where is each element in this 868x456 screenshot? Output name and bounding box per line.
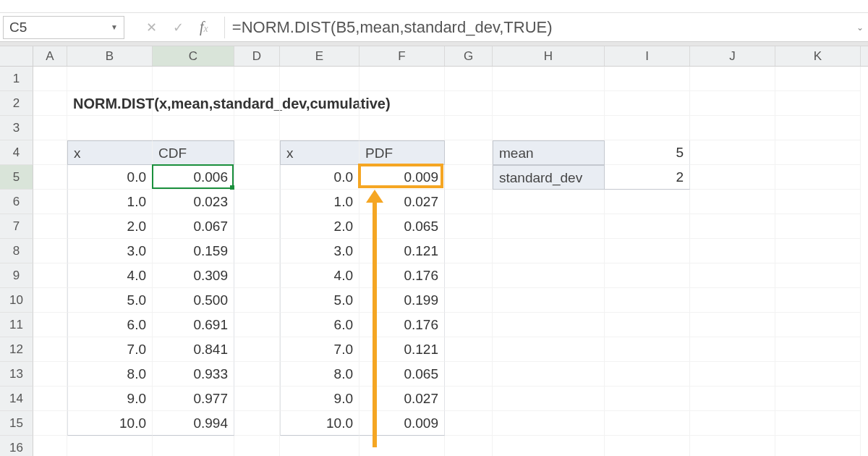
cell-D16[interactable] — [234, 436, 280, 456]
cell-G8[interactable] — [445, 239, 493, 263]
col-header-I[interactable]: I — [605, 46, 690, 66]
cell-E1[interactable] — [280, 67, 359, 91]
cell-E16[interactable] — [280, 436, 359, 456]
cell-C12[interactable]: 0.841 — [153, 337, 234, 362]
cell-C7[interactable]: 0.067 — [153, 214, 234, 239]
cell-E14[interactable]: 9.0 — [280, 387, 359, 411]
cell-K6[interactable] — [775, 190, 861, 214]
cell-B8[interactable]: 3.0 — [67, 239, 153, 263]
cancel-icon[interactable]: ✕ — [146, 20, 157, 35]
cell-F11[interactable]: 0.176 — [359, 313, 445, 337]
cell-H2[interactable] — [493, 91, 605, 116]
cell-G1[interactable] — [445, 67, 493, 91]
cell-I11[interactable] — [605, 313, 690, 337]
cell-F7[interactable]: 0.065 — [359, 214, 445, 239]
cell-E12[interactable]: 7.0 — [280, 337, 359, 362]
cell-F10[interactable]: 0.199 — [359, 288, 445, 313]
cell-C1[interactable] — [153, 67, 234, 91]
chevron-down-icon[interactable]: ▼ — [111, 23, 118, 31]
cell-E15[interactable]: 10.0 — [280, 411, 359, 436]
cell-H8[interactable] — [493, 239, 605, 263]
cell-G15[interactable] — [445, 411, 493, 436]
fx-icon[interactable]: fx — [200, 19, 208, 35]
cell-A14[interactable] — [33, 387, 67, 411]
cell-F15[interactable]: 0.009 — [359, 411, 445, 436]
cell-B15[interactable]: 10.0 — [67, 411, 153, 436]
col-header-C[interactable]: C — [153, 46, 234, 66]
cell-H4[interactable]: mean — [493, 140, 605, 165]
cell-B16[interactable] — [67, 436, 153, 456]
cell-H7[interactable] — [493, 214, 605, 239]
name-box[interactable]: C5 ▼ — [3, 16, 124, 39]
row-header-15[interactable]: 15 — [0, 411, 33, 436]
cell-K10[interactable] — [775, 288, 861, 313]
spreadsheet[interactable]: A B C D E F G H I J K 12NORM.DIST(x,mean… — [0, 46, 868, 456]
cell-D10[interactable] — [234, 288, 280, 313]
cell-D6[interactable] — [234, 190, 280, 214]
cell-A4[interactable] — [33, 140, 67, 165]
cell-G2[interactable] — [445, 91, 493, 116]
cell-C4[interactable]: CDF — [153, 140, 234, 165]
cell-B11[interactable]: 6.0 — [67, 313, 153, 337]
cell-I14[interactable] — [605, 387, 690, 411]
row-header-2[interactable]: 2 — [0, 91, 33, 116]
cell-H14[interactable] — [493, 387, 605, 411]
cell-J1[interactable] — [690, 67, 775, 91]
cell-B6[interactable]: 1.0 — [67, 190, 153, 214]
cell-A9[interactable] — [33, 263, 67, 288]
cell-G9[interactable] — [445, 263, 493, 288]
cell-H3[interactable] — [493, 116, 605, 140]
row-header-1[interactable]: 1 — [0, 67, 33, 91]
cell-I16[interactable] — [605, 436, 690, 456]
cell-D5[interactable] — [234, 165, 280, 190]
row-header-8[interactable]: 8 — [0, 239, 33, 263]
cell-E6[interactable]: 1.0 — [280, 190, 359, 214]
cell-F3[interactable] — [359, 116, 445, 140]
cell-H11[interactable] — [493, 313, 605, 337]
row-header-9[interactable]: 9 — [0, 263, 33, 288]
row-header-4[interactable]: 4 — [0, 140, 33, 165]
cell-K1[interactable] — [775, 67, 861, 91]
cell-I8[interactable] — [605, 239, 690, 263]
cell-C14[interactable]: 0.977 — [153, 387, 234, 411]
cell-J2[interactable] — [690, 91, 775, 116]
row-header-12[interactable]: 12 — [0, 337, 33, 362]
cell-F2[interactable] — [359, 91, 445, 116]
cell-I1[interactable] — [605, 67, 690, 91]
cell-B10[interactable]: 5.0 — [67, 288, 153, 313]
cell-J3[interactable] — [690, 116, 775, 140]
cell-A3[interactable] — [33, 116, 67, 140]
cell-H5[interactable]: standard_dev — [493, 165, 605, 190]
cell-A10[interactable] — [33, 288, 67, 313]
cell-G5[interactable] — [445, 165, 493, 190]
row-header-13[interactable]: 13 — [0, 362, 33, 387]
cell-K13[interactable] — [775, 362, 861, 387]
col-header-B[interactable]: B — [67, 46, 153, 66]
select-all-corner[interactable] — [0, 46, 33, 66]
cell-A5[interactable] — [33, 165, 67, 190]
cell-K16[interactable] — [775, 436, 861, 456]
cell-J10[interactable] — [690, 288, 775, 313]
cell-K14[interactable] — [775, 387, 861, 411]
cell-C16[interactable] — [153, 436, 234, 456]
col-header-H[interactable]: H — [493, 46, 605, 66]
cell-I2[interactable] — [605, 91, 690, 116]
cell-F12[interactable]: 0.121 — [359, 337, 445, 362]
cell-D11[interactable] — [234, 313, 280, 337]
cell-B5[interactable]: 0.0 — [67, 165, 153, 190]
cell-K11[interactable] — [775, 313, 861, 337]
col-header-A[interactable]: A — [33, 46, 67, 66]
cell-A13[interactable] — [33, 362, 67, 387]
cell-J15[interactable] — [690, 411, 775, 436]
row-header-14[interactable]: 14 — [0, 387, 33, 411]
cell-B9[interactable]: 4.0 — [67, 263, 153, 288]
cell-D12[interactable] — [234, 337, 280, 362]
row-header-16[interactable]: 16 — [0, 436, 33, 456]
cell-G6[interactable] — [445, 190, 493, 214]
cell-J16[interactable] — [690, 436, 775, 456]
cell-A15[interactable] — [33, 411, 67, 436]
cell-J7[interactable] — [690, 214, 775, 239]
cell-F13[interactable]: 0.065 — [359, 362, 445, 387]
cell-E2[interactable] — [280, 91, 359, 116]
cell-D4[interactable] — [234, 140, 280, 165]
